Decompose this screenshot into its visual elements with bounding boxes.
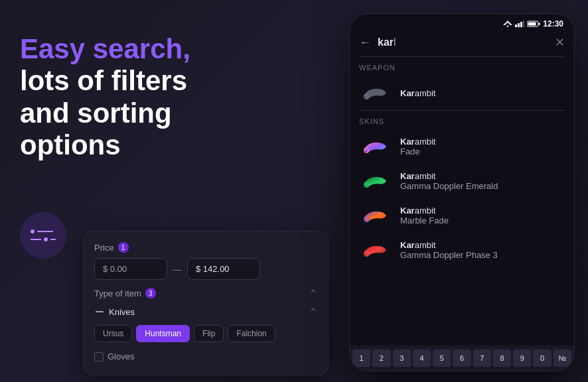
key-7[interactable]: 7 bbox=[473, 350, 491, 367]
headline-accent: Easy search, bbox=[20, 33, 190, 64]
keyboard-row: 1 2 3 4 5 6 7 8 9 0 № bbox=[350, 346, 574, 371]
key-6[interactable]: 6 bbox=[453, 350, 471, 367]
weapon-name: Karambit bbox=[400, 88, 435, 98]
status-time: 12:30 bbox=[543, 19, 563, 29]
filter-icon-circle[interactable] bbox=[20, 212, 66, 259]
search-input[interactable]: karl bbox=[378, 36, 548, 48]
knife-icon bbox=[94, 306, 105, 317]
fade-info: Karambit Fade bbox=[400, 137, 435, 157]
gamma-svg bbox=[360, 170, 392, 192]
battery-icon bbox=[527, 21, 540, 27]
subtype-huntsman[interactable]: Huntsman bbox=[136, 325, 190, 342]
svg-rect-7 bbox=[523, 21, 524, 27]
subtype-falchion[interactable]: Falchion bbox=[228, 325, 275, 342]
kar-highlight: Kar bbox=[400, 88, 415, 98]
gamma-name: Karambit bbox=[400, 171, 498, 181]
price-inputs: $ 0.00 — $ 142.00 bbox=[94, 258, 317, 280]
knives-label: Knives bbox=[94, 306, 135, 317]
filter-dot-1 bbox=[31, 229, 35, 233]
weapon-karambit-item[interactable]: Karambit bbox=[350, 76, 574, 110]
price-max-input[interactable]: $ 142.00 bbox=[187, 258, 260, 280]
status-bar: 12:30 bbox=[350, 14, 574, 31]
key-0[interactable]: 0 bbox=[533, 350, 551, 367]
search-suffix: l bbox=[394, 36, 396, 48]
phone-mockup: 12:30 ← karl ✕ WEAPON Karambit SKINS bbox=[349, 13, 575, 371]
type-badge: 3 bbox=[145, 288, 156, 298]
gamma-info: Karambit Gamma Doppler Emerald bbox=[400, 171, 498, 191]
weapon-karambit-image bbox=[359, 81, 392, 105]
key-1[interactable]: 1 bbox=[352, 350, 370, 367]
skin-gamma-doppler-item[interactable]: Karambit Gamma Doppler Emerald bbox=[350, 164, 574, 198]
svg-rect-5 bbox=[518, 23, 520, 27]
fade-subname: Fade bbox=[400, 147, 435, 157]
headline-rest: lots of filtersand sortingoptions bbox=[20, 65, 187, 160]
signal-icon bbox=[515, 21, 524, 27]
subtype-ursus[interactable]: Ursus bbox=[94, 325, 132, 342]
gloves-row: Gloves bbox=[94, 349, 317, 364]
type-section: Type of item 3 ⌃ Knives ⌃ Ursus Huntsman… bbox=[94, 288, 317, 342]
marble-subname: Marble Fade bbox=[400, 216, 449, 225]
marble-image bbox=[359, 204, 392, 227]
filter-card: Price 1 $ 0.00 — $ 142.00 Type of item 3… bbox=[83, 231, 329, 375]
svg-rect-6 bbox=[520, 22, 522, 27]
clear-search-icon[interactable]: ✕ bbox=[555, 35, 565, 50]
fade-svg bbox=[360, 136, 392, 157]
filter-bar-2 bbox=[31, 239, 41, 240]
subtypes-list: Ursus Huntsman Flip Falchion bbox=[94, 325, 317, 342]
key-5[interactable]: 5 bbox=[433, 350, 451, 367]
marble-svg bbox=[360, 205, 392, 226]
key-2[interactable]: 2 bbox=[372, 350, 390, 367]
karambit-weapon-svg bbox=[360, 82, 392, 103]
svg-rect-0 bbox=[96, 311, 104, 312]
headline: Easy search, lots of filtersand sortingo… bbox=[20, 33, 299, 161]
phase3-name: Karambit bbox=[400, 240, 498, 250]
knives-row: Knives ⌃ bbox=[94, 304, 317, 320]
price-badge: 1 bbox=[118, 242, 129, 253]
skin-marble-fade-item[interactable]: Karambit Marble Fade bbox=[350, 198, 574, 233]
weapon-karambit-info: Karambit bbox=[400, 88, 435, 98]
filter-line-2 bbox=[31, 237, 56, 241]
ambit-text: ambit bbox=[415, 88, 436, 98]
svg-rect-4 bbox=[515, 25, 517, 27]
fade-name: Karambit bbox=[400, 137, 435, 147]
key-8[interactable]: 8 bbox=[493, 350, 511, 367]
status-icons: 12:30 bbox=[503, 19, 563, 29]
marble-name: Karambit bbox=[400, 206, 449, 216]
filter-lines-icon bbox=[31, 229, 56, 241]
phase3-subname: Gamma Doppler Phase 3 bbox=[400, 250, 498, 260]
filter-bar-1 bbox=[37, 231, 53, 232]
skins-section-label: SKINS bbox=[350, 111, 574, 129]
key-num[interactable]: № bbox=[553, 350, 571, 367]
price-dash: — bbox=[173, 264, 182, 275]
svg-rect-10 bbox=[528, 23, 536, 26]
filter-bar-3 bbox=[50, 239, 56, 240]
left-panel: Easy search, lots of filtersand sortingo… bbox=[20, 33, 299, 161]
svg-rect-9 bbox=[539, 23, 540, 25]
skin-gamma-phase3-item[interactable]: Karambit Gamma Doppler Phase 3 bbox=[350, 233, 574, 267]
key-9[interactable]: 9 bbox=[513, 350, 531, 367]
skin-karambit-fade-item[interactable]: Karambit Fade bbox=[350, 129, 574, 164]
filter-dot-2 bbox=[44, 237, 48, 241]
phase3-image bbox=[359, 238, 392, 262]
search-highlight: kar bbox=[378, 36, 394, 48]
marble-info: Karambit Marble Fade bbox=[400, 206, 449, 225]
gamma-subname: Gamma Doppler Emerald bbox=[400, 181, 498, 191]
weapon-section-label: WEAPON bbox=[350, 57, 574, 76]
search-bar[interactable]: ← karl ✕ bbox=[350, 31, 574, 54]
fade-image bbox=[359, 135, 392, 159]
key-4[interactable]: 4 bbox=[413, 350, 431, 367]
price-section: Price 1 $ 0.00 — $ 142.00 bbox=[94, 242, 317, 280]
phase3-svg bbox=[360, 239, 392, 261]
filter-line-1 bbox=[31, 229, 56, 233]
chevron-up-icon[interactable]: ⌃ bbox=[309, 288, 317, 298]
back-icon[interactable]: ← bbox=[359, 36, 371, 50]
knives-chevron-icon[interactable]: ⌃ bbox=[309, 306, 317, 317]
type-header: Type of item 3 ⌃ bbox=[94, 288, 317, 298]
gamma-image bbox=[359, 169, 392, 193]
key-3[interactable]: 3 bbox=[393, 350, 411, 367]
price-label: Price 1 bbox=[94, 242, 317, 253]
gloves-checkbox[interactable] bbox=[94, 352, 104, 361]
subtype-flip[interactable]: Flip bbox=[194, 325, 224, 342]
type-label: Type of item 3 bbox=[94, 288, 156, 298]
price-min-input[interactable]: $ 0.00 bbox=[94, 258, 167, 280]
